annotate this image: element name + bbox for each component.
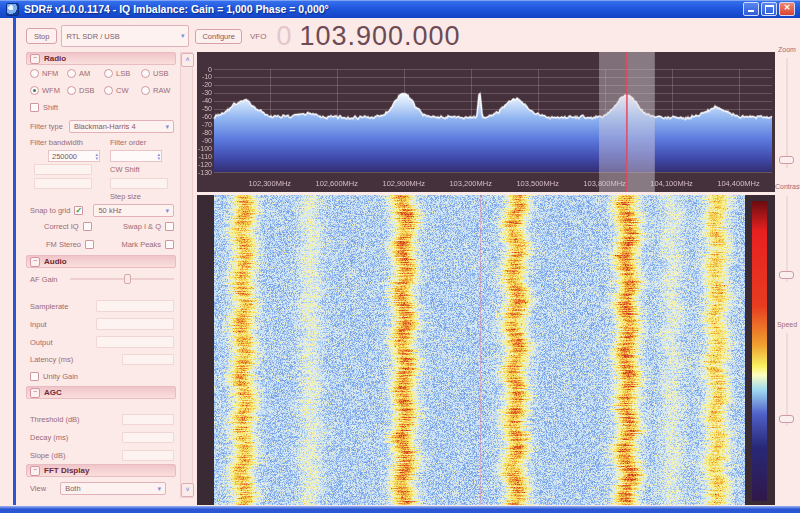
window-bottom-border xyxy=(0,506,800,513)
latency-input[interactable] xyxy=(122,354,174,365)
radio-dot xyxy=(67,69,76,78)
slider-thumb[interactable] xyxy=(124,274,131,284)
contrast-slider-track xyxy=(786,196,788,282)
source-select[interactable]: RTL SDR / USB ▾ xyxy=(61,25,189,47)
swap-iq-checkbox[interactable] xyxy=(165,222,174,231)
toolbar: Stop RTL SDR / USB ▾ Configure VFO 0 103… xyxy=(26,24,461,48)
radio-dot xyxy=(30,86,39,95)
mode-lsb[interactable]: LSB xyxy=(104,69,141,78)
view-row: View Both ▾ xyxy=(30,482,166,495)
mode-am[interactable]: AM xyxy=(67,69,104,78)
sidebar: − Radio NFM AM LSB USB WFM DSB CW RAW Sh… xyxy=(26,52,178,502)
filter-bandwidth-spinner[interactable]: 250000 ▴▾ xyxy=(48,150,100,162)
cw-shift-label: CW Shift xyxy=(110,165,140,174)
frequency-dim-zero: 0 xyxy=(276,23,292,50)
cw-shift-input[interactable] xyxy=(110,178,168,189)
collapse-icon[interactable]: − xyxy=(30,466,40,476)
mode-dsb[interactable]: DSB xyxy=(67,86,104,95)
filter-type-select[interactable]: Blackman-Harris 4 ▾ xyxy=(69,120,174,133)
checkbox xyxy=(30,103,39,112)
mode-usb[interactable]: USB xyxy=(141,69,178,78)
correct-iq-checkbox[interactable] xyxy=(83,222,92,231)
radio-dot xyxy=(141,69,150,78)
stop-button[interactable]: Stop xyxy=(26,28,57,44)
app-icon xyxy=(6,3,19,16)
minimize-icon[interactable] xyxy=(743,2,759,16)
radio-section-title: Radio xyxy=(44,54,66,63)
radio-dot xyxy=(67,86,76,95)
fft-display-section-header[interactable]: − FFT Display xyxy=(26,464,176,477)
collapse-icon[interactable]: − xyxy=(30,388,40,398)
agc-section-header[interactable]: − AGC xyxy=(26,386,176,399)
spinner-arrows-icon[interactable]: ▴▾ xyxy=(157,152,160,160)
slope-row: Slope (dB) xyxy=(30,450,174,461)
configure-button[interactable]: Configure xyxy=(195,29,242,44)
radio-section-header[interactable]: − Radio xyxy=(26,52,176,65)
stereo-peaks-row: FM Stereo Mark Peaks xyxy=(30,240,174,249)
radio-dot xyxy=(30,69,39,78)
chevron-down-icon: ▾ xyxy=(157,485,161,493)
zoom-slider-track xyxy=(786,58,788,168)
mode-wfm[interactable]: WFM xyxy=(30,86,67,95)
sdrsharp-app: { "window": { "title": "SDR# v1.0.0.1174… xyxy=(0,0,800,513)
right-control-strip: Zoom Contrast Speed xyxy=(775,0,800,513)
window-left-border xyxy=(13,18,16,505)
frequency-display[interactable]: 0 103.900.000 xyxy=(276,23,460,50)
step-size-select[interactable]: 50 kHz ▾ xyxy=(93,204,174,217)
shift-checkbox[interactable]: Shift xyxy=(30,103,58,112)
shift-value-input[interactable] xyxy=(34,164,92,175)
chevron-down-icon: ▾ xyxy=(181,32,185,40)
threshold-row: Threshold (dB) xyxy=(30,414,174,425)
samplerate-row: Samplerate xyxy=(30,300,174,312)
zoom-slider-label: Zoom xyxy=(775,46,799,53)
mode-cw[interactable]: CW xyxy=(104,86,141,95)
filter-order-spinner[interactable]: ▴▾ xyxy=(110,150,162,162)
output-row: Output xyxy=(30,336,174,348)
filter-type-row: Filter type Blackman-Harris 4 ▾ xyxy=(30,120,174,133)
unity-gain-row[interactable]: Unity Gain xyxy=(30,372,78,381)
collapse-icon[interactable]: − xyxy=(30,54,40,64)
speed-slider-track xyxy=(786,333,788,426)
spinner-arrows-icon[interactable]: ▴▾ xyxy=(95,152,98,160)
output-select[interactable] xyxy=(96,336,174,348)
mark-peaks-checkbox[interactable] xyxy=(165,240,174,249)
waterfall-canvas[interactable] xyxy=(214,195,745,505)
radio-dot xyxy=(104,69,113,78)
spectrum-canvas[interactable] xyxy=(197,52,775,192)
input-select[interactable] xyxy=(96,318,174,330)
scroll-down-icon[interactable]: ˅ xyxy=(181,483,194,497)
view-select[interactable]: Both ▾ xyxy=(60,482,166,495)
samplerate-select[interactable] xyxy=(96,300,174,312)
spectrum-panel xyxy=(197,52,775,192)
af-gain-row: AF Gain xyxy=(30,274,174,284)
sidebar-scrollbar[interactable]: ˄ ˅ xyxy=(180,52,193,498)
waterfall-gradient-bar xyxy=(752,201,767,501)
chevron-down-icon: ▾ xyxy=(165,123,169,131)
decay-row: Decay (ms) xyxy=(30,432,174,443)
unity-gain-checkbox[interactable] xyxy=(30,372,39,381)
mode-row-2: WFM DSB CW RAW xyxy=(30,86,178,95)
decay-input[interactable] xyxy=(122,432,174,443)
slope-input[interactable] xyxy=(122,450,174,461)
agc-section-title: AGC xyxy=(44,388,62,397)
fft-display-section-title: FFT Display xyxy=(44,466,89,475)
contrast-slider[interactable] xyxy=(779,271,794,279)
left-extra-input[interactable] xyxy=(34,178,92,189)
mode-raw[interactable]: RAW xyxy=(141,86,178,95)
fm-stereo-checkbox[interactable] xyxy=(85,240,94,249)
af-gain-slider[interactable] xyxy=(70,274,174,284)
waterfall-panel xyxy=(197,195,775,505)
scroll-up-icon[interactable]: ˄ xyxy=(181,53,194,67)
title-bar[interactable]: SDR# v1.0.0.1174 - IQ Imbalance: Gain = … xyxy=(0,0,800,18)
mode-row-1: NFM AM LSB USB xyxy=(30,69,178,78)
speed-slider[interactable] xyxy=(779,415,794,423)
latency-row: Latency (ms) xyxy=(30,354,174,365)
input-row: Input xyxy=(30,318,174,330)
audio-section-header[interactable]: − Audio xyxy=(26,255,176,268)
collapse-icon[interactable]: − xyxy=(30,257,40,267)
mode-nfm[interactable]: NFM xyxy=(30,69,67,78)
radio-dot xyxy=(141,86,150,95)
zoom-slider[interactable] xyxy=(779,156,794,164)
snap-to-grid-checkbox[interactable]: ✓ xyxy=(74,206,83,215)
threshold-input[interactable] xyxy=(122,414,174,425)
